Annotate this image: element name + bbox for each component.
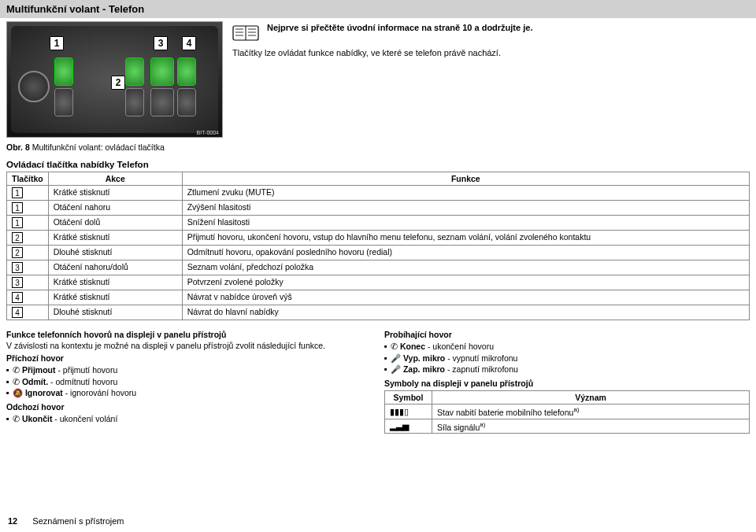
item-icon: 🎤 xyxy=(391,353,403,363)
item-bold: Odmít. xyxy=(22,377,48,386)
table-row: 1Krátké stisknutíZtlumení zvuku (MUTE) xyxy=(7,186,750,201)
incoming-list: ✆ Přijmout - přijmutí hovoru✆ Odmít. - o… xyxy=(6,364,372,399)
cell-function: Ztlumení zvuku (MUTE) xyxy=(182,186,749,201)
th-action: Akce xyxy=(48,172,182,186)
item-rest: - zapnutí mikrofonu xyxy=(445,364,518,374)
button-number-box: 4 xyxy=(12,307,23,318)
steering-wheel-figure: 1 2 3 4 BIT-0004 xyxy=(6,21,223,138)
cell-function: Seznam volání, předchozí položka xyxy=(182,260,749,275)
cell-action: Krátké stisknutí xyxy=(48,290,182,305)
right-down-button xyxy=(177,88,196,116)
info-row-1: Nejprve si přečtěte úvodní informace na … xyxy=(232,23,750,42)
cell-action: Otáčení nahoru/dolů xyxy=(48,260,182,275)
right-column: Probíhající hovor ✆ Konec - ukončení hov… xyxy=(384,327,750,434)
figure-caption-row: Obr. 8 Multifunkční volant: ovládací tla… xyxy=(0,142,756,152)
th-function: Funkce xyxy=(182,172,749,186)
cell-action: Dlouhé stisknutí xyxy=(48,246,182,260)
footer-section: Seznámení s přístrojem xyxy=(32,516,124,526)
center-up-button xyxy=(125,57,144,86)
sym-cell-text: Síla signálua) xyxy=(432,419,750,434)
callout-1: 1 xyxy=(50,36,64,50)
cell-function: Návrat v nabídce úroveň výš xyxy=(182,290,749,305)
cell-button: 4 xyxy=(7,290,49,305)
cell-function: Přijmutí hovoru, ukončení hovoru, vstup … xyxy=(182,231,749,246)
list-item: 🎤 Vyp. mikro - vypnutí mikrofonu xyxy=(384,353,750,364)
item-icon: ✆ xyxy=(391,342,400,351)
sym-cell-icon: ▂▃▅ xyxy=(385,419,432,434)
dial-button-1 xyxy=(18,71,50,102)
page-footer: 12 Seznámení s přístrojem xyxy=(8,516,124,526)
item-bold: Ignorovat xyxy=(25,388,63,397)
phone-button-down xyxy=(150,88,174,116)
table-row: 3Otáčení nahoru/dolůSeznam volání, předc… xyxy=(7,260,750,275)
incoming-head: Příchozí hovor xyxy=(6,353,372,363)
cell-button: 3 xyxy=(7,260,49,275)
table-row: 4Krátké stisknutíNávrat v nabídce úroveň… xyxy=(7,290,750,305)
button-number-box: 2 xyxy=(12,232,23,243)
item-rest: - odmítnutí hovoru xyxy=(48,377,117,386)
item-bold: Přijmout xyxy=(22,365,56,375)
left-body1: V závislosti na kontextu je možné na dis… xyxy=(6,341,372,350)
info-column: Nejprve si přečtěte úvodní informace na … xyxy=(232,21,750,138)
cell-action: Otáčení dolů xyxy=(48,216,182,231)
figure-refcode: BIT-0004 xyxy=(197,130,219,135)
button-number-box: 2 xyxy=(12,247,23,258)
button-number-box: 1 xyxy=(12,202,23,213)
table-row: 1Otáčení dolůSnížení hlasitosti xyxy=(7,216,750,231)
rocker-button-left xyxy=(54,57,73,86)
cell-button: 1 xyxy=(7,186,49,201)
item-bold: Ukončit xyxy=(22,414,53,423)
table-row: 1Otáčení nahoruZvýšení hlasitosti xyxy=(7,201,750,216)
left-head1: Funkce telefonních hovorů na displeji v … xyxy=(6,330,372,339)
item-icon: ✆ xyxy=(13,414,22,423)
table-row: 3Krátké stisknutíPotvrzení zvolené polož… xyxy=(7,275,750,290)
cell-function: Odmítnutí hovoru, opakování posledního h… xyxy=(182,246,749,260)
cell-function: Zvýšení hlasitosti xyxy=(182,201,749,216)
sym-row: ▮▮▮▯Stav nabití baterie mobilního telefo… xyxy=(385,405,750,419)
item-icon: ✆ xyxy=(13,377,22,386)
button-number-box: 3 xyxy=(12,262,23,273)
table-title: Ovládací tlačítka nabídky Telefon xyxy=(6,160,750,169)
phone-button xyxy=(150,57,174,86)
item-bold: Konec xyxy=(400,342,425,351)
item-rest: - ignorování hovoru xyxy=(63,388,136,397)
cell-action: Krátké stisknutí xyxy=(48,186,182,201)
cell-function: Potvrzení zvolené položky xyxy=(182,275,749,290)
cell-button: 4 xyxy=(7,305,49,320)
ongoing-head: Probíhající hovor xyxy=(384,330,750,339)
top-section: 1 2 3 4 BIT-0004 Nejprve si přečtěte úvo… xyxy=(0,21,756,138)
table-header-row: Tlačítko Akce Funkce xyxy=(7,172,750,186)
item-icon: 🔕 xyxy=(13,388,25,397)
cell-function: Návrat do hlavní nabídky xyxy=(182,305,749,320)
caption-prefix: Obr. 8 xyxy=(6,142,32,152)
cell-action: Krátké stisknutí xyxy=(48,231,182,246)
center-down-button xyxy=(125,88,144,116)
callout-2: 2 xyxy=(111,76,125,90)
list-item: ✆ Konec - ukončení hovoru xyxy=(384,341,750,353)
list-item: ✆ Ukončit - ukončení volání xyxy=(6,413,372,425)
item-icon: 🎤 xyxy=(391,364,403,374)
item-icon: ✆ xyxy=(13,365,22,375)
button-number-box: 3 xyxy=(12,277,23,288)
callout-3: 3 xyxy=(154,36,168,50)
two-column-section: Funkce telefonních hovorů na displeji v … xyxy=(0,320,756,440)
caption-text: Multifunkční volant: ovládací tlačítka xyxy=(32,142,165,152)
item-bold: Vyp. mikro xyxy=(403,353,445,363)
callout-4: 4 xyxy=(182,36,196,50)
sym-row: ▂▃▅Síla signálua) xyxy=(385,419,750,434)
list-item: ✆ Odmít. - odmítnutí hovoru xyxy=(6,376,372,388)
cell-button: 2 xyxy=(7,246,49,260)
book-icon xyxy=(232,23,259,42)
th-meaning: Význam xyxy=(432,391,750,405)
item-rest: - přijmutí hovoru xyxy=(56,365,118,375)
cell-action: Otáčení nahoru xyxy=(48,201,182,216)
ongoing-list: ✆ Konec - ukončení hovoru🎤 Vyp. mikro - … xyxy=(384,341,750,375)
info-text-2: Tlačítky lze ovládat funkce nabídky, ve … xyxy=(232,48,750,57)
list-item: 🎤 Zap. mikro - zapnutí mikrofonu xyxy=(384,364,750,375)
cell-function: Snížení hlasitosti xyxy=(182,216,749,231)
left-column: Funkce telefonních hovorů na displeji v … xyxy=(6,327,372,434)
table-row: 2Dlouhé stisknutíOdmítnutí hovoru, opako… xyxy=(7,246,750,260)
item-bold: Zap. mikro xyxy=(403,364,445,374)
cell-button: 1 xyxy=(7,201,49,216)
item-rest: - ukončení volání xyxy=(52,414,117,423)
